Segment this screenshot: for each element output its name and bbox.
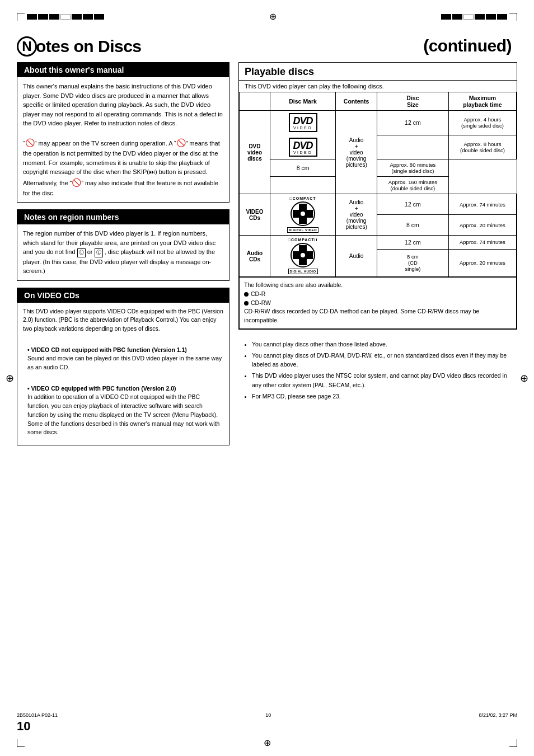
video-cd-item1-title: • VIDEO CD not equipped with PBC functio… (27, 346, 187, 353)
region-numbers-section: Notes on region numbers The region numbe… (17, 209, 229, 281)
acd-row-label: AudioCDs (240, 236, 270, 277)
left-side-mark: ⊕ (6, 372, 14, 384)
header-marks-right (441, 13, 517, 21)
disc-table: Disc Mark Contents DiscSize Maximumplayb… (239, 92, 517, 277)
prohibition-icon: 🚫 (25, 138, 35, 147)
reg-bar (452, 14, 462, 20)
vcd-logo: □COMPACT DIGITAL VIDEO (273, 196, 332, 233)
main-content: About this owner's manual This owner's m… (0, 62, 534, 452)
video-text2: VIDEO (293, 151, 313, 154)
title-n-circle: N (17, 36, 37, 57)
video-cd-item1: • VIDEO CD not equipped with PBC functio… (27, 346, 223, 372)
video-cd-item2: • VIDEO CD equipped with PBC function (V… (27, 384, 223, 438)
right-column: Playable discs This DVD video player can… (238, 62, 517, 452)
prohibition-icon2: 🚫 (176, 138, 186, 147)
compact-label-2: □COMPACTii (288, 238, 318, 242)
footer-marks-left (17, 739, 25, 747)
dvd-logo-text: DVD (293, 115, 313, 127)
video-cds-title: On VIDEO CDs (17, 288, 229, 303)
playable-discs-title: Playable discs (239, 63, 517, 81)
corner-mark-bl (17, 739, 25, 747)
footer-marks: ⊕ (0, 735, 534, 750)
acd-time-74min: Approx. 74 minutes (448, 236, 516, 250)
playable-discs-section: Playable discs This DVD video player can… (238, 62, 517, 330)
right-side-mark: ⊕ (520, 372, 528, 384)
header-marks: ⊕ (0, 0, 534, 31)
reg-bars-right (441, 14, 507, 20)
video-cds-content: This DVD video player supports VIDEO CDs… (17, 303, 229, 445)
vcd-row-label: VIDEOCDs (240, 194, 270, 236)
footer-left: 2B50101A P02-11 (17, 712, 58, 718)
continued-label: (continued) (423, 36, 512, 55)
reg-bar (49, 14, 59, 20)
left-column: About this owner's manual This owner's m… (17, 62, 229, 452)
available-item-cdrw: CD-RW (244, 299, 512, 308)
header-marks-left (17, 13, 104, 21)
acd-size-8cm: 8 cm(CDsingle) (377, 249, 448, 276)
corner-mark-tr (509, 13, 517, 21)
prohibition-icon3: 🚫 (72, 178, 81, 187)
available-note: The following discs are also available. … (239, 277, 517, 329)
bullet-item-2: You cannot play discs of DVD-RAM, DVD-RW… (252, 351, 512, 370)
reg-bar (475, 14, 485, 20)
compact-label: □COMPACT (290, 196, 316, 200)
vcd-disc-mark: □COMPACT DIGITAL VIDEO (270, 194, 335, 236)
reg-bar (27, 14, 37, 20)
bullet-icon-2 (244, 301, 249, 306)
acd-time-20min: Approx. 20 minutes (448, 249, 516, 276)
video-cds-intro: This DVD video player supports VIDEO CDs… (23, 307, 223, 334)
crosshair-bottom: ⊕ (264, 738, 271, 748)
region-icon-1: Ⓛ (77, 248, 86, 257)
acd-contents: Audio (336, 236, 377, 277)
dvd-time-160min: Approx. 160 minutes(double sided disc) (377, 177, 448, 194)
corner-mark-tl (17, 13, 25, 21)
table-row-vcd: VIDEOCDs □COMPACT DIGITAL VIDEO (240, 194, 517, 215)
table-row-dvd-4: Approx. 160 minutes(double sided disc) (240, 177, 517, 194)
available-heading: The following discs are also available. (244, 281, 512, 290)
video-cd-item2-title: • VIDEO CD equipped with PBC function (V… (27, 385, 176, 392)
region-numbers-body: The region number of this DVD video play… (23, 229, 223, 276)
video-cd-item1-body: Sound and movie can be played on this DV… (27, 355, 222, 370)
dvd-contents: Audio+video(movingpictures) (336, 111, 377, 194)
acd-logo: □COMPACTii DiGiAL AUDIO (273, 238, 332, 274)
th-max-playback: Maximumplayback time (448, 92, 516, 111)
reg-bar (497, 14, 507, 20)
reg-bar (94, 14, 104, 20)
title-left: N otes on Discs (17, 36, 142, 57)
acd-size-12cm: 12 cm (377, 236, 448, 250)
digital-video-label: DIGITAL VIDEO (287, 227, 318, 233)
dvd-time-4hr: Approx. 4 hours(single sided disc) (448, 111, 516, 135)
region-icon-2: Ⓛ (95, 248, 103, 257)
disc-bullets: You cannot play discs other than those l… (238, 336, 517, 406)
reg-bar-white (60, 14, 71, 20)
about-manual-content: This owner's manual explains the basic i… (17, 77, 229, 202)
dvd-time-80min: Approx. 80 minutes(single sided disc) (377, 159, 448, 177)
region-numbers-content: The region number of this DVD video play… (17, 224, 229, 280)
bullet-item-4: For MP3 CD, please see page 23. (252, 392, 512, 401)
video-cds-section: On VIDEO CDs This DVD video player suppo… (17, 288, 229, 446)
reg-bar (83, 14, 93, 20)
right-reg-mark: ⊕ (520, 373, 528, 384)
footer-text-row: 2B50101A P02-11 10 8/21/02, 3:27 PM (0, 712, 534, 718)
available-note-text: CD-R/RW discs recorded by CD-DA method c… (244, 307, 512, 325)
dvd-time-8hr: Approx. 8 hours(double sided disc) (448, 135, 516, 159)
dvd-size-empty (377, 135, 448, 159)
page-wrapper: ⊕ N otes on Discs (continued) About (0, 0, 534, 756)
vcd-time-20min: Approx. 20 minutes (448, 215, 516, 236)
th-empty (240, 92, 270, 111)
page-title: otes on Discs (36, 37, 142, 56)
video-text: VIDEO (293, 126, 313, 130)
available-item-cdr: CD-R (244, 290, 512, 299)
acd-disc-mark: □COMPACTii DiGiAL AUDIO (270, 236, 335, 277)
table-row-dvd-3: 8 cm Approx. 80 minutes(single sided dis… (240, 159, 517, 177)
reg-bar (38, 14, 48, 20)
video-cd-item2-body: In addition to operation of a VIDEO CD n… (27, 393, 219, 435)
about-manual-p2: “🚫” may appear on the TV screen during o… (23, 137, 223, 198)
about-manual-section: About this owner's manual This owner's m… (17, 62, 229, 203)
dvd-disc-mark: DVD VIDEO DVD VIDEO (270, 111, 335, 159)
digital-audio-label: DiGiAL AUDIO (288, 269, 318, 274)
footer-right: 8/21/02, 3:27 PM (479, 712, 517, 718)
about-manual-title: About this owner's manual (17, 63, 229, 77)
table-row-dvd: DVDvideodiscs DVD VIDEO (240, 111, 517, 135)
th-contents: Contents (336, 92, 377, 111)
